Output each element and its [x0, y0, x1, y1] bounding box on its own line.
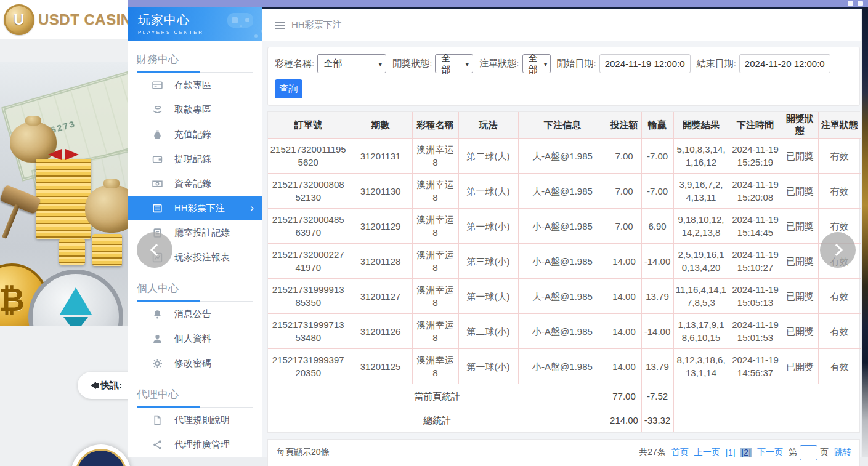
floating-service-button[interactable]	[71, 444, 131, 466]
column-header: 玩法	[458, 112, 518, 139]
page-jump-input[interactable]	[800, 445, 817, 460]
cash-icon	[152, 179, 163, 189]
page-number-link[interactable]: [2]	[740, 448, 752, 457]
first-page-link[interactable]: 首页	[671, 447, 689, 458]
sidebar-item-消息公告[interactable]: 消息公告	[128, 302, 262, 326]
sidebar-item-存款專區[interactable]: 存款專區	[128, 73, 262, 97]
table-stats: 當前頁統計 77.00 -7.52 總統計 214.00 -33.32	[268, 384, 861, 432]
money-bag-icon	[152, 129, 163, 140]
end-date-input[interactable]	[739, 54, 830, 73]
speaker-icon	[87, 382, 96, 389]
site-logo: U USDT CASINO	[0, 0, 128, 39]
lottery-list-icon	[152, 203, 163, 214]
user-icon	[152, 334, 163, 344]
hamburger-menu-icon[interactable]	[275, 22, 285, 29]
background-photo-strip: KB 46273 ₿ ETHEREUM 快訊:	[0, 0, 128, 466]
table-row: 215217320008085213031201130澳洲幸运8第一球(大)大-…	[268, 174, 861, 209]
gear-icon	[152, 358, 163, 369]
lottery-name-label: 彩種名稱:	[275, 58, 314, 70]
column-header: 開獎狀態	[782, 112, 818, 139]
browser-top-band	[128, 0, 868, 7]
column-header: 下注時間	[729, 112, 782, 139]
browser-icon[interactable]	[858, 1, 863, 6]
money-bag	[85, 185, 128, 233]
sidebar-item-個人資料[interactable]: 個人資料	[128, 326, 262, 351]
browser-extension-icons	[848, 1, 863, 6]
page-stats-winloss: -7.52	[641, 384, 673, 408]
page-links: [1][2]	[726, 448, 752, 457]
sidebar: 玩家中心 PLAYERS CENTER 財務中心存款專區取款專區充值記錄提現記錄…	[128, 7, 262, 457]
jump-button[interactable]: 跳转	[834, 447, 851, 458]
chevron-down-icon: ▾	[544, 60, 548, 68]
topbar: HH彩票下注	[262, 9, 861, 41]
prev-page-link[interactable]: 上一页	[694, 447, 720, 458]
sidebar-item-取款專區[interactable]: 取款專區	[128, 97, 262, 122]
table-row: 215217319993972035031201125澳洲幸运8第一球(小)小-…	[268, 349, 861, 384]
page-number-link[interactable]: [1]	[726, 448, 736, 457]
end-date-label: 結束日期:	[697, 58, 736, 70]
column-header: 投注額	[607, 112, 641, 139]
money-photo: KB 46273 ₿ ETHEREUM	[0, 62, 128, 326]
bank-card-icon	[152, 80, 163, 90]
scroll-left-button[interactable]	[137, 232, 172, 268]
total-stats-label: 總統計	[268, 408, 607, 432]
scroll-right-button[interactable]	[820, 232, 856, 268]
coin-stack	[36, 159, 91, 239]
sidebar-item-HH彩票下注[interactable]: HH彩票下注›	[128, 196, 262, 220]
gamepad-icon	[227, 13, 253, 28]
lottery-name-select[interactable]: 全部▾	[317, 54, 386, 73]
total-stats-bet: 214.00	[607, 408, 641, 432]
order-status-label: 注單狀態:	[479, 58, 519, 70]
page-size-text: 每頁顯示20條	[277, 447, 330, 458]
ethereum-logo	[60, 287, 92, 315]
casino-coin-icon: U	[4, 4, 34, 35]
wallet-icon	[152, 154, 163, 164]
sidebar-subtitle: PLAYERS CENTER	[138, 30, 262, 35]
chevron-down-icon: ▾	[465, 60, 469, 68]
table-row: 215217320002274197031201128澳洲幸运8第三球(小)小-…	[268, 244, 861, 279]
table-row: 215217320004856397031201129澳洲幸运8第一球(小)小-…	[268, 209, 861, 244]
draw-status-label: 開獎狀態:	[392, 58, 432, 70]
chevron-right-icon	[830, 244, 843, 256]
red-bow	[48, 149, 79, 160]
sidebar-item-代理推廣管理[interactable]: 代理推廣管理	[128, 432, 262, 457]
ticker-label: 快訊:	[100, 380, 122, 392]
bell-icon	[152, 309, 163, 319]
column-header: 輸贏	[641, 112, 673, 139]
jump-prefix-label: 第	[789, 447, 797, 458]
ethereum-coin: ETHEREUM	[28, 270, 123, 326]
column-header: 開獎結果	[673, 112, 729, 139]
column-header: 訂單號	[268, 112, 349, 139]
main-content: HH彩票下注 彩種名稱: 全部▾ 開獎狀態: 全部▾ 注單狀態: 全部▾ 開始日…	[262, 9, 861, 457]
total-count-text: 共27条	[639, 447, 666, 458]
search-button[interactable]: 查詢	[275, 79, 302, 98]
browser-icon[interactable]	[848, 1, 853, 6]
sidebar-item-資金記錄[interactable]: 資金記錄	[128, 171, 262, 196]
bets-table-panel: 訂單號期數彩種名稱玩法下注信息投注額輸贏開獎結果下注時間開獎狀態注單狀態 215…	[267, 111, 860, 433]
page-title: HH彩票下注	[291, 19, 342, 31]
coin-stack	[59, 239, 85, 265]
page-stats-label: 當前頁統計	[268, 384, 607, 408]
hand-coins-icon	[152, 105, 163, 115]
sidebar-item-代理規則說明[interactable]: 代理規則說明	[128, 408, 262, 432]
table-row: 215217320011195562031201131澳洲幸运8第二球(大)大-…	[268, 139, 861, 174]
total-stats-winloss: -33.32	[641, 408, 673, 432]
sidebar-section-title: 個人中心	[137, 281, 253, 302]
order-status-select[interactable]: 全部▾	[522, 54, 551, 73]
bets-table: 訂單號期數彩種名稱玩法下注信息投注額輸贏開獎結果下注時間開獎狀態注單狀態 215…	[268, 112, 861, 432]
start-date-input[interactable]	[599, 54, 691, 73]
filter-panel: 彩種名稱: 全部▾ 開獎狀態: 全部▾ 注單狀態: 全部▾ 開始日期: 結束日期…	[267, 47, 860, 106]
next-page-link[interactable]: 下一页	[757, 447, 783, 458]
table-body: 215217320011195562031201131澳洲幸运8第二球(大)大-…	[268, 139, 861, 384]
chevron-left-icon	[150, 244, 163, 256]
draw-status-select[interactable]: 全部▾	[435, 54, 473, 73]
chevron-right-icon: ›	[250, 202, 254, 214]
sidebar-item-提現記錄[interactable]: 提現記錄	[128, 147, 262, 171]
sidebar-item-充值記錄[interactable]: 充值記錄	[128, 122, 262, 147]
sidebar-item-修改密碼[interactable]: 修改密碼	[128, 351, 262, 376]
coin-stack	[92, 234, 122, 266]
table-header-row: 訂單號期數彩種名稱玩法下注信息投注額輸贏開獎結果下注時間開獎狀態注單狀態	[268, 112, 861, 139]
pagination-bar: 每頁顯示20條 共27条 首页 上一页 [1][2] 下一页 第 页 跳转	[267, 439, 860, 466]
document-icon	[152, 415, 163, 425]
column-header: 下注信息	[518, 112, 607, 139]
